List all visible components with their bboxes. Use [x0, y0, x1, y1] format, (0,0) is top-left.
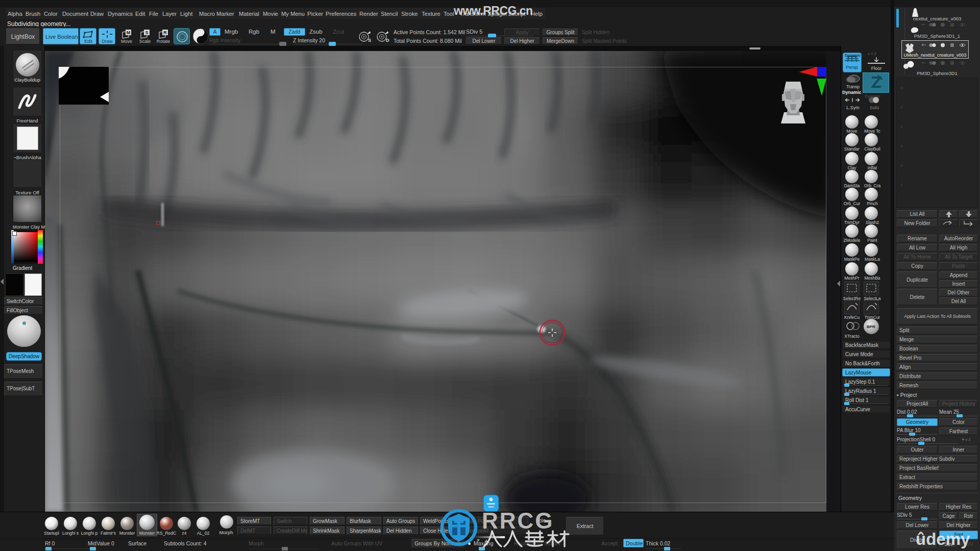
- svg-text:Draw: Draw: [102, 39, 113, 44]
- svg-text:Floor: Floor: [871, 66, 882, 71]
- svg-text:S: S: [145, 30, 148, 35]
- svg-text:D: D: [386, 38, 389, 43]
- svg-text:S: S: [368, 38, 371, 43]
- svg-text:L.Sym: L.Sym: [846, 105, 860, 110]
- svg-text:Solo: Solo: [870, 105, 879, 110]
- svg-text:Move: Move: [121, 39, 132, 44]
- svg-text:M: M: [127, 30, 131, 35]
- svg-text:Transp: Transp: [846, 84, 860, 89]
- svg-text:Edit: Edit: [84, 39, 92, 44]
- svg-text:Rotate: Rotate: [157, 39, 170, 44]
- svg-text:R: R: [163, 30, 167, 35]
- svg-text:Persp: Persp: [846, 65, 858, 70]
- svg-text:Scale: Scale: [139, 39, 151, 44]
